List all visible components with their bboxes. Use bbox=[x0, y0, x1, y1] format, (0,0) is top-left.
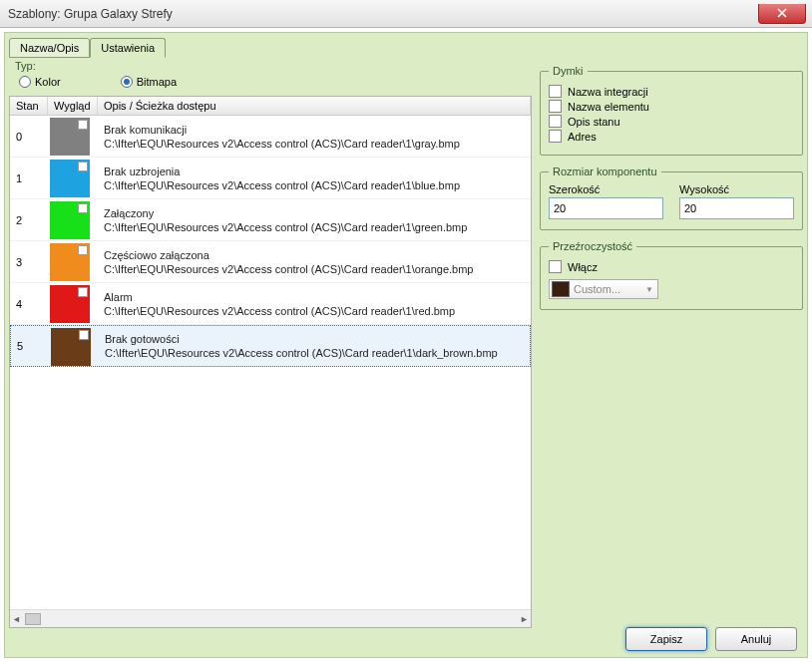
th-wyglad[interactable]: Wygląd bbox=[48, 97, 98, 115]
checkbox-wlacz[interactable]: Włącz bbox=[549, 260, 794, 273]
dialog-window: Szablony: Grupa Galaxy Strefy Nazwa/Opis… bbox=[0, 0, 812, 662]
szerokosc-label: Szerokość bbox=[549, 183, 663, 195]
swatch-corner-icon bbox=[79, 330, 89, 340]
radio-icon bbox=[19, 76, 31, 88]
dymki-group: Dymki Nazwa integracji Nazwa elementu Op… bbox=[540, 65, 803, 156]
row-path: C:\Ifter\EQU\Resources v2\Access control… bbox=[104, 263, 525, 275]
checkbox-label: Włącz bbox=[568, 261, 598, 273]
table-row[interactable]: 0 Brak komunikacji C:\Ifter\EQU\Resource… bbox=[10, 116, 531, 158]
color-swatch bbox=[50, 160, 90, 197]
szerokosc-input[interactable] bbox=[549, 197, 663, 219]
row-desc: Załączony bbox=[104, 207, 525, 219]
window-title: Szablony: Grupa Galaxy Strefy bbox=[8, 7, 173, 21]
th-stan[interactable]: Stan bbox=[10, 97, 48, 115]
close-icon bbox=[777, 8, 787, 18]
checkbox-label: Adres bbox=[568, 131, 597, 143]
cell-opis: Alarm C:\Ifter\EQU\Resources v2\Access c… bbox=[98, 283, 531, 324]
cell-wyglad bbox=[48, 283, 98, 324]
color-swatch bbox=[50, 201, 90, 239]
color-swatch bbox=[50, 285, 90, 323]
cell-stan: 0 bbox=[10, 116, 48, 157]
chevron-down-icon: ▼ bbox=[645, 285, 653, 294]
checkbox-label: Nazwa elementu bbox=[568, 101, 649, 113]
swatch-corner-icon bbox=[78, 203, 88, 213]
checkbox-nazwa-elementu[interactable]: Nazwa elementu bbox=[549, 100, 794, 113]
color-swatch bbox=[51, 328, 91, 366]
checkbox-opis-stanu[interactable]: Opis stanu bbox=[549, 115, 794, 128]
horizontal-scrollbar[interactable]: ◄ ► bbox=[10, 609, 531, 627]
radio-icon bbox=[121, 76, 133, 88]
checkbox-label: Opis stanu bbox=[568, 116, 620, 128]
cell-stan: 2 bbox=[10, 199, 48, 240]
cell-stan: 3 bbox=[10, 241, 48, 282]
checkbox-icon bbox=[549, 85, 562, 98]
row-path: C:\Ifter\EQU\Resources v2\Access control… bbox=[104, 305, 525, 317]
states-table: Stan Wygląd Opis / Ścieżka dostępu 0 bbox=[9, 96, 532, 628]
footer-buttons: Zapisz Anuluj bbox=[625, 627, 797, 651]
typ-label: Typ: bbox=[15, 60, 526, 72]
radio-kolor-label: Kolor bbox=[35, 76, 61, 88]
typ-group: Typ: Kolor Bitmapa bbox=[9, 59, 532, 94]
cell-opis: Brak komunikacji C:\Ifter\EQU\Resources … bbox=[98, 116, 531, 157]
table-row[interactable]: 1 Brak uzbrojenia C:\Ifter\EQU\Resources… bbox=[10, 158, 531, 199]
table-row[interactable]: 4 Alarm C:\Ifter\EQU\Resources v2\Access… bbox=[10, 283, 531, 325]
rozmiar-legend: Rozmiar komponentu bbox=[549, 166, 661, 177]
radio-bitmapa[interactable]: Bitmapa bbox=[121, 76, 177, 88]
cell-opis: Brak uzbrojenia C:\Ifter\EQU\Resources v… bbox=[98, 158, 531, 198]
cell-stan: 5 bbox=[11, 326, 49, 366]
scroll-left-icon[interactable]: ◄ bbox=[12, 614, 21, 624]
anuluj-button[interactable]: Anuluj bbox=[715, 627, 797, 651]
dymki-legend: Dymki bbox=[549, 65, 588, 77]
radio-kolor[interactable]: Kolor bbox=[19, 76, 61, 88]
close-button[interactable] bbox=[758, 4, 806, 24]
scrollbar-thumb[interactable] bbox=[25, 613, 41, 625]
color-swatch bbox=[50, 118, 90, 156]
table-row[interactable]: 2 Załączony C:\Ifter\EQU\Resources v2\Ac… bbox=[10, 199, 531, 241]
cell-wyglad bbox=[49, 326, 99, 366]
tab-ustawienia[interactable]: Ustawienia bbox=[90, 38, 166, 58]
titlebar: Szablony: Grupa Galaxy Strefy bbox=[0, 0, 812, 28]
przezroczystosc-legend: Przeźroczystość bbox=[549, 240, 636, 252]
row-path: C:\Ifter\EQU\Resources v2\Access control… bbox=[104, 221, 525, 233]
cell-wyglad bbox=[48, 241, 98, 282]
row-path: C:\Ifter\EQU\Resources v2\Access control… bbox=[104, 179, 525, 191]
checkbox-label: Nazwa integracji bbox=[568, 86, 648, 98]
checkbox-adres[interactable]: Adres bbox=[549, 130, 794, 143]
table-header: Stan Wygląd Opis / Ścieżka dostępu bbox=[10, 97, 531, 116]
tabs: Nazwa/Opis Ustawienia bbox=[9, 37, 803, 57]
table-row[interactable]: 5 Brak gotowości C:\Ifter\EQU\Resources … bbox=[10, 325, 531, 367]
color-swatch bbox=[50, 243, 90, 281]
cell-opis: Częściowo załączona C:\Ifter\EQU\Resourc… bbox=[98, 241, 531, 282]
checkbox-icon bbox=[549, 115, 562, 128]
swatch-corner-icon bbox=[78, 162, 88, 171]
table-body[interactable]: 0 Brak komunikacji C:\Ifter\EQU\Resource… bbox=[10, 116, 531, 609]
th-opis[interactable]: Opis / Ścieżka dostępu bbox=[98, 97, 531, 115]
radio-bitmapa-label: Bitmapa bbox=[137, 76, 177, 88]
swatch-corner-icon bbox=[78, 287, 88, 297]
zapisz-button[interactable]: Zapisz bbox=[625, 627, 707, 651]
cell-wyglad bbox=[48, 116, 98, 157]
table-row[interactable]: 3 Częściowo załączona C:\Ifter\EQU\Resou… bbox=[10, 241, 531, 283]
scroll-right-icon[interactable]: ► bbox=[520, 614, 529, 624]
cell-stan: 1 bbox=[10, 158, 48, 198]
tab-nazwa-opis[interactable]: Nazwa/Opis bbox=[9, 38, 90, 58]
checkbox-nazwa-integracji[interactable]: Nazwa integracji bbox=[549, 85, 794, 98]
checkbox-icon bbox=[549, 130, 562, 143]
row-desc: Brak komunikacji bbox=[104, 124, 525, 136]
color-dropdown[interactable]: Custom... ▼ bbox=[549, 279, 658, 299]
cell-wyglad bbox=[48, 199, 98, 240]
cell-opis: Załączony C:\Ifter\EQU\Resources v2\Acce… bbox=[98, 199, 531, 240]
cell-opis: Brak gotowości C:\Ifter\EQU\Resources v2… bbox=[99, 326, 530, 366]
row-desc: Brak uzbrojenia bbox=[104, 166, 525, 177]
row-desc: Częściowo załączona bbox=[104, 249, 525, 261]
wysokosc-label: Wysokość bbox=[679, 183, 794, 195]
wysokosc-input[interactable] bbox=[679, 197, 794, 219]
checkbox-icon bbox=[549, 260, 562, 273]
checkbox-icon bbox=[549, 100, 562, 113]
row-desc: Brak gotowości bbox=[105, 333, 524, 345]
row-path: C:\Ifter\EQU\Resources v2\Access control… bbox=[104, 138, 525, 150]
cell-wyglad bbox=[48, 158, 98, 198]
color-dropdown-label: Custom... bbox=[574, 283, 620, 295]
row-path: C:\Ifter\EQU\Resources v2\Access control… bbox=[105, 347, 524, 359]
row-desc: Alarm bbox=[104, 291, 525, 303]
